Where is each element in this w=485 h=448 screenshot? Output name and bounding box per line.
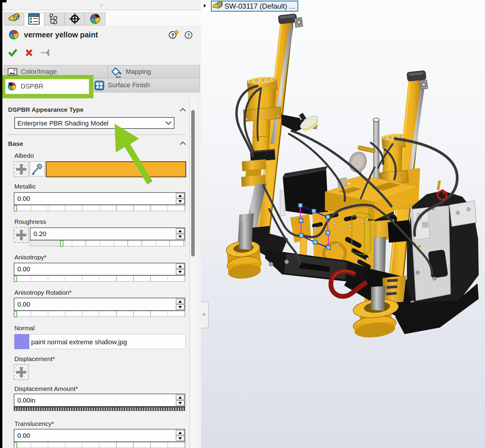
svg-text:?: ? [171,33,174,39]
svg-text:?: ? [187,33,190,39]
